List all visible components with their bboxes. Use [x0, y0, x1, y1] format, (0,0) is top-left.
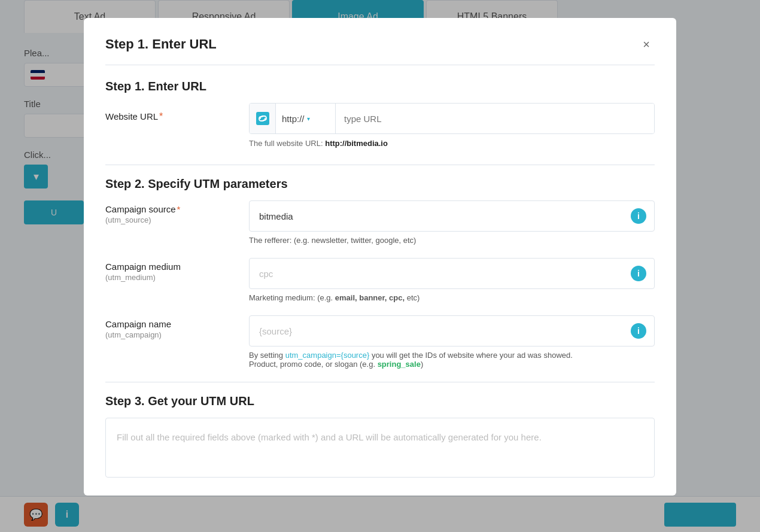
campaign-name-hint: By setting utm_campaign={source} you wil…	[249, 351, 655, 369]
campaign-medium-sublabel: (utm_medium)	[105, 273, 237, 282]
campaign-medium-label-col: Campaign medium (utm_medium)	[105, 258, 237, 287]
campaign-name-label: Campaign name	[105, 319, 237, 329]
campaign-name-sublabel: (utm_campaign)	[105, 330, 237, 339]
spring-sale-text: spring_sale	[378, 360, 421, 369]
campaign-source-input[interactable]	[249, 200, 655, 232]
svg-rect-0	[256, 112, 269, 125]
campaign-source-required: *	[177, 204, 181, 214]
campaign-name-info-icon[interactable]: i	[631, 323, 646, 339]
campaign-source-info-icon[interactable]: i	[631, 208, 646, 224]
campaign-medium-hint: Marketing medium: (e.g. email, banner, c…	[249, 293, 655, 302]
modal-title: Step 1. Enter URL	[105, 37, 217, 52]
website-url-required: *	[159, 111, 163, 121]
campaign-source-label: Campaign source*	[105, 204, 237, 214]
url-protocol-dropdown[interactable]: http:// ▾	[276, 104, 336, 133]
url-hint: The full website URL: http://bitmedia.io	[249, 139, 655, 148]
website-url-label: Website URL	[105, 111, 158, 121]
step3-title: Step 3. Get your UTM URL	[105, 394, 655, 408]
campaign-name-group: Campaign name (utm_campaign) i By settin…	[105, 315, 655, 369]
website-url-label-group: Website URL*	[105, 103, 237, 122]
campaign-medium-info-icon[interactable]: i	[631, 266, 646, 281]
url-input-row: http:// ▾	[249, 103, 655, 134]
website-url-field: http:// ▾ The full website URL: http://b…	[249, 103, 655, 148]
campaign-medium-input-row: i	[249, 258, 655, 289]
campaign-name-input-row: i	[249, 315, 655, 346]
campaign-medium-group: Campaign medium (utm_medium) i Marketing…	[105, 258, 655, 302]
campaign-name-row: Campaign name (utm_campaign) i By settin…	[105, 315, 655, 369]
campaign-name-hint-link[interactable]: utm_campaign={source}	[285, 351, 370, 360]
campaign-name-input[interactable]	[249, 315, 655, 346]
step3-divider	[105, 382, 655, 382]
campaign-source-row: Campaign source* (utm_source) i The reff…	[105, 200, 655, 245]
step2-divider	[105, 165, 655, 165]
campaign-source-group: Campaign source* (utm_source) i The reff…	[105, 200, 655, 245]
campaign-source-hint: The refferer: (e.g. newsletter, twitter,…	[249, 236, 655, 245]
step1-content: Website URL* http:// ▾	[105, 103, 655, 148]
campaign-source-field: i The refferer: (e.g. newsletter, twitte…	[249, 200, 655, 245]
campaign-source-label-col: Campaign source* (utm_source)	[105, 200, 237, 229]
step2-section: Step 2. Specify UTM parameters Campaign …	[105, 165, 655, 369]
modal-close-button[interactable]: ×	[638, 36, 655, 53]
protocol-chevron-icon: ▾	[307, 115, 310, 122]
campaign-medium-row: Campaign medium (utm_medium) i Marketing…	[105, 258, 655, 302]
campaign-medium-input[interactable]	[249, 258, 655, 289]
modal-header-divider	[105, 65, 655, 65]
url-link-icon	[250, 104, 276, 133]
modal-header: Step 1. Enter URL ×	[105, 36, 655, 53]
campaign-name-field: i By setting utm_campaign={source} you w…	[249, 315, 655, 369]
campaign-source-input-row: i	[249, 200, 655, 232]
utm-url-output: Fill out all the required fields above (…	[105, 418, 655, 478]
campaign-medium-label: Campaign medium	[105, 262, 237, 272]
step1-section: Step 1. Enter URL Website URL* http://	[105, 80, 655, 148]
utm-modal: Step 1. Enter URL × Step 1. Enter URL We…	[84, 18, 676, 495]
step3-section: Step 3. Get your UTM URL Fill out all th…	[105, 382, 655, 478]
step2-title: Step 2. Specify UTM parameters	[105, 177, 655, 191]
step1-title: Step 1. Enter URL	[105, 80, 655, 93]
url-hint-link: http://bitmedia.io	[325, 139, 388, 148]
campaign-medium-field: i Marketing medium: (e.g. email, banner,…	[249, 258, 655, 302]
url-text-input[interactable]	[336, 104, 654, 133]
campaign-name-label-col: Campaign name (utm_campaign)	[105, 315, 237, 344]
campaign-source-sublabel: (utm_source)	[105, 215, 237, 224]
url-protocol-text: http://	[282, 114, 305, 124]
